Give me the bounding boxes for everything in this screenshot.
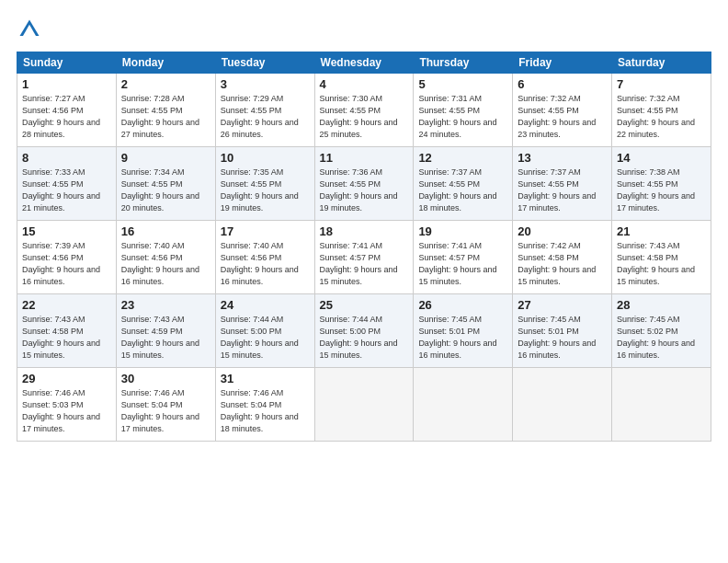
calendar-cell: 21Sunrise: 7:43 AMSunset: 4:58 PMDayligh… (612, 221, 711, 294)
day-number: 15 (22, 224, 111, 238)
logo (17, 17, 46, 42)
day-info: Sunrise: 7:45 AMSunset: 5:02 PMDaylight:… (617, 314, 706, 362)
calendar-cell: 26Sunrise: 7:45 AMSunset: 5:01 PMDayligh… (414, 294, 513, 368)
day-info: Sunrise: 7:32 AMSunset: 4:55 PMDaylight:… (617, 93, 706, 141)
day-number: 12 (418, 151, 507, 165)
day-info: Sunrise: 7:43 AMSunset: 4:58 PMDaylight:… (22, 314, 111, 362)
day-number: 28 (617, 298, 706, 312)
calendar-cell: 19Sunrise: 7:41 AMSunset: 4:57 PMDayligh… (414, 221, 513, 294)
calendar-cell: 1Sunrise: 7:27 AMSunset: 4:56 PMDaylight… (17, 74, 117, 147)
day-info: Sunrise: 7:37 AMSunset: 4:55 PMDaylight:… (518, 167, 607, 214)
calendar-header-monday: Monday (116, 52, 215, 74)
day-number: 27 (518, 298, 607, 312)
calendar-cell: 2Sunrise: 7:28 AMSunset: 4:55 PMDaylight… (116, 74, 215, 147)
day-info: Sunrise: 7:35 AMSunset: 4:55 PMDaylight:… (221, 167, 310, 214)
day-number: 21 (617, 224, 706, 238)
day-info: Sunrise: 7:37 AMSunset: 4:55 PMDaylight:… (418, 167, 507, 214)
calendar-header-thursday: Thursday (414, 52, 513, 74)
day-info: Sunrise: 7:42 AMSunset: 4:58 PMDaylight:… (518, 240, 607, 288)
day-info: Sunrise: 7:34 AMSunset: 4:55 PMDaylight:… (121, 167, 210, 214)
page: SundayMondayTuesdayWednesdayThursdayFrid… (0, 0, 728, 563)
calendar-table: SundayMondayTuesdayWednesdayThursdayFrid… (17, 52, 711, 442)
day-number: 25 (320, 298, 409, 312)
day-number: 8 (22, 151, 111, 165)
day-info: Sunrise: 7:39 AMSunset: 4:56 PMDaylight:… (22, 240, 111, 288)
day-number: 2 (121, 77, 210, 91)
calendar-cell: 16Sunrise: 7:40 AMSunset: 4:56 PMDayligh… (116, 221, 215, 294)
calendar-cell: 28Sunrise: 7:45 AMSunset: 5:02 PMDayligh… (612, 294, 711, 368)
calendar-cell: 10Sunrise: 7:35 AMSunset: 4:55 PMDayligh… (215, 147, 314, 221)
day-number: 29 (22, 372, 111, 385)
calendar-cell: 13Sunrise: 7:37 AMSunset: 4:55 PMDayligh… (513, 147, 612, 221)
day-info: Sunrise: 7:46 AMSunset: 5:04 PMDaylight:… (221, 387, 310, 435)
day-number: 3 (221, 77, 310, 91)
day-number: 11 (320, 151, 409, 165)
day-info: Sunrise: 7:46 AMSunset: 5:04 PMDaylight:… (121, 387, 210, 435)
day-info: Sunrise: 7:40 AMSunset: 4:56 PMDaylight:… (221, 240, 310, 288)
day-number: 20 (518, 224, 607, 238)
calendar-cell: 29Sunrise: 7:46 AMSunset: 5:03 PMDayligh… (17, 368, 117, 442)
day-number: 16 (121, 224, 210, 238)
day-number: 10 (221, 151, 310, 165)
calendar-cell: 7Sunrise: 7:32 AMSunset: 4:55 PMDaylight… (612, 74, 711, 147)
day-info: Sunrise: 7:32 AMSunset: 4:55 PMDaylight:… (518, 93, 607, 141)
calendar-cell: 23Sunrise: 7:43 AMSunset: 4:59 PMDayligh… (116, 294, 215, 368)
calendar-cell: 18Sunrise: 7:41 AMSunset: 4:57 PMDayligh… (314, 221, 414, 294)
logo-icon (17, 17, 42, 42)
calendar-cell: 9Sunrise: 7:34 AMSunset: 4:55 PMDaylight… (116, 147, 215, 221)
calendar-cell: 4Sunrise: 7:30 AMSunset: 4:55 PMDaylight… (314, 74, 414, 147)
day-number: 4 (320, 77, 409, 91)
calendar-header-tuesday: Tuesday (215, 52, 314, 74)
day-info: Sunrise: 7:45 AMSunset: 5:01 PMDaylight:… (518, 314, 607, 362)
calendar-cell: 6Sunrise: 7:32 AMSunset: 4:55 PMDaylight… (513, 74, 612, 147)
day-number: 17 (221, 224, 310, 238)
day-info: Sunrise: 7:36 AMSunset: 4:55 PMDaylight:… (320, 167, 409, 214)
header (17, 17, 711, 42)
day-number: 23 (121, 298, 210, 312)
day-number: 14 (617, 151, 706, 165)
calendar-cell (314, 368, 414, 442)
calendar-week-row-5: 29Sunrise: 7:46 AMSunset: 5:03 PMDayligh… (17, 368, 711, 442)
day-info: Sunrise: 7:46 AMSunset: 5:03 PMDaylight:… (22, 387, 111, 435)
calendar-cell: 22Sunrise: 7:43 AMSunset: 4:58 PMDayligh… (17, 294, 117, 368)
day-info: Sunrise: 7:40 AMSunset: 4:56 PMDaylight:… (121, 240, 210, 288)
calendar-cell: 20Sunrise: 7:42 AMSunset: 4:58 PMDayligh… (513, 221, 612, 294)
day-info: Sunrise: 7:44 AMSunset: 5:00 PMDaylight:… (320, 314, 409, 362)
calendar-cell: 12Sunrise: 7:37 AMSunset: 4:55 PMDayligh… (414, 147, 513, 221)
day-info: Sunrise: 7:41 AMSunset: 4:57 PMDaylight:… (418, 240, 507, 288)
day-number: 24 (221, 298, 310, 312)
calendar-cell: 5Sunrise: 7:31 AMSunset: 4:55 PMDaylight… (414, 74, 513, 147)
calendar-header-row: SundayMondayTuesdayWednesdayThursdayFrid… (17, 52, 711, 74)
calendar-cell: 17Sunrise: 7:40 AMSunset: 4:56 PMDayligh… (215, 221, 314, 294)
day-number: 19 (418, 224, 507, 238)
day-number: 7 (617, 77, 706, 91)
day-number: 5 (418, 77, 507, 91)
day-number: 6 (518, 77, 607, 91)
day-info: Sunrise: 7:30 AMSunset: 4:55 PMDaylight:… (320, 93, 409, 141)
calendar-cell (513, 368, 612, 442)
calendar-cell: 3Sunrise: 7:29 AMSunset: 4:55 PMDaylight… (215, 74, 314, 147)
calendar-cell: 31Sunrise: 7:46 AMSunset: 5:04 PMDayligh… (215, 368, 314, 442)
calendar-cell: 25Sunrise: 7:44 AMSunset: 5:00 PMDayligh… (314, 294, 414, 368)
calendar-header-wednesday: Wednesday (314, 52, 414, 74)
calendar-cell: 24Sunrise: 7:44 AMSunset: 5:00 PMDayligh… (215, 294, 314, 368)
calendar-cell: 27Sunrise: 7:45 AMSunset: 5:01 PMDayligh… (513, 294, 612, 368)
day-number: 31 (221, 372, 310, 385)
calendar-cell (612, 368, 711, 442)
day-info: Sunrise: 7:33 AMSunset: 4:55 PMDaylight:… (22, 167, 111, 214)
day-info: Sunrise: 7:41 AMSunset: 4:57 PMDaylight:… (320, 240, 409, 288)
day-info: Sunrise: 7:44 AMSunset: 5:00 PMDaylight:… (221, 314, 310, 362)
calendar-week-row-1: 1Sunrise: 7:27 AMSunset: 4:56 PMDaylight… (17, 74, 711, 147)
calendar-header-friday: Friday (513, 52, 612, 74)
day-info: Sunrise: 7:43 AMSunset: 4:59 PMDaylight:… (121, 314, 210, 362)
day-info: Sunrise: 7:27 AMSunset: 4:56 PMDaylight:… (22, 93, 111, 141)
day-info: Sunrise: 7:45 AMSunset: 5:01 PMDaylight:… (418, 314, 507, 362)
calendar-cell: 14Sunrise: 7:38 AMSunset: 4:55 PMDayligh… (612, 147, 711, 221)
calendar-week-row-3: 15Sunrise: 7:39 AMSunset: 4:56 PMDayligh… (17, 221, 711, 294)
day-number: 30 (121, 372, 210, 385)
calendar-week-row-2: 8Sunrise: 7:33 AMSunset: 4:55 PMDaylight… (17, 147, 711, 221)
calendar-cell: 15Sunrise: 7:39 AMSunset: 4:56 PMDayligh… (17, 221, 117, 294)
day-info: Sunrise: 7:38 AMSunset: 4:55 PMDaylight:… (617, 167, 706, 214)
day-number: 26 (418, 298, 507, 312)
day-number: 22 (22, 298, 111, 312)
